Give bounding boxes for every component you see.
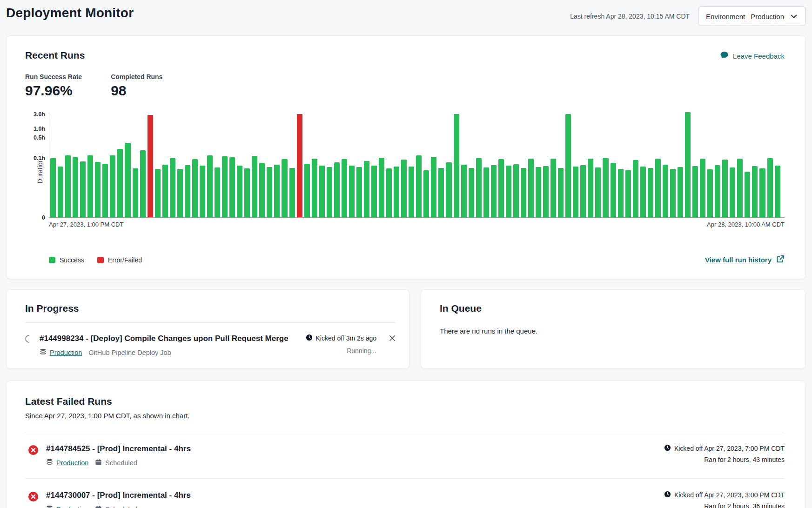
database-icon	[46, 505, 53, 508]
chart-bar-success	[237, 166, 242, 217]
chart-bar-success	[252, 156, 257, 217]
last-refresh-text: Last refresh Apr 28, 2023, 10:15 AM CDT	[570, 13, 690, 20]
calendar-icon	[95, 505, 102, 508]
production-link[interactable]: Production	[56, 506, 88, 508]
ran-for-text: Ran for 2 hours, 43 minutes	[704, 456, 785, 463]
chart-bar-success	[95, 162, 101, 217]
y-axis-tick-label: 0.1h	[34, 155, 45, 161]
environment-tag: Production	[46, 459, 88, 467]
chart-bar-success	[446, 162, 451, 217]
chart-bar-success	[461, 165, 467, 217]
chart-bar-success	[170, 158, 175, 217]
chart-bar-success	[625, 170, 631, 217]
chart-legend: SuccessError/Failed	[49, 256, 142, 264]
chart-bar-success	[58, 167, 63, 217]
chart-bar-success	[670, 169, 676, 217]
chart-bar-success	[319, 166, 325, 217]
chart-bar-success	[737, 159, 743, 217]
chart-bar-success	[207, 155, 213, 217]
clock-icon	[306, 334, 313, 342]
in-progress-card: In Progress #144998234 - [Deploy] Compil…	[6, 289, 409, 369]
run-main: #144784525 - [Prod] Incremental - 4hrs P…	[46, 444, 664, 467]
chart-bar-success	[423, 170, 429, 217]
x-axis-end-label: Apr 28, 2023, 10:00 AM CDT	[707, 221, 785, 228]
y-axis-tick-label: 3.0h	[34, 111, 45, 118]
kicked-off: Kicked off Apr 27, 2023, 7:00 PM CDT	[664, 444, 785, 453]
chart-bar-success	[588, 159, 593, 217]
chart-bar-success	[177, 169, 183, 217]
ran-for-text: Ran for 2 hours, 36 minutes	[704, 502, 785, 508]
y-axis-tick-label: 0.5h	[34, 134, 45, 141]
chart-bar-success	[722, 160, 728, 217]
error-circle-icon	[28, 445, 39, 455]
leave-feedback-link[interactable]: Leave Feedback	[720, 51, 785, 61]
chart-bar-success	[573, 167, 578, 217]
chart-bar-success	[752, 166, 758, 217]
schedule-label: Scheduled	[105, 459, 137, 467]
run-meta: Production Scheduled	[46, 459, 664, 467]
run-right: Kicked off Apr 27, 2023, 7:00 PM CDT Ran…	[664, 444, 785, 463]
chart-bar-success	[730, 167, 735, 217]
y-axis-title: Duration	[36, 159, 44, 184]
chart-bar-success	[633, 160, 638, 217]
chart-bar-success	[648, 168, 653, 217]
chart-bar-success	[707, 169, 713, 217]
chart-bar-success	[312, 159, 317, 217]
chart-bar-success	[498, 159, 504, 217]
chart-bar-success	[401, 160, 407, 217]
x-axis-labels: Apr 27, 2023, 1:00 PM CDT Apr 28, 2023, …	[49, 221, 785, 228]
database-icon	[46, 459, 53, 467]
legend-label: Success	[60, 256, 84, 264]
x-axis-start-label: Apr 27, 2023, 1:00 PM CDT	[49, 221, 123, 228]
environment-tag: Production	[40, 348, 82, 357]
page-header: Deployment Monitor Last refresh Apr 28, …	[6, 0, 806, 35]
queue-empty-text: There are no runs in the queue.	[440, 327, 792, 335]
chart-bar-error	[297, 114, 302, 217]
view-full-run-history-link[interactable]: View full run history	[705, 255, 785, 265]
running-status: Running...	[347, 347, 376, 354]
chart-bar-success	[536, 167, 541, 217]
kicked-off: Kicked off 3m 2s ago	[306, 334, 376, 342]
chart-bar-success	[715, 165, 720, 217]
run-right: Kicked off Apr 27, 2023, 3:00 PM CDT Ran…	[664, 491, 785, 508]
latest-failed-runs-title: Latest Failed Runs	[25, 396, 785, 407]
clock-icon	[664, 444, 671, 453]
error-circle-icon	[28, 491, 39, 502]
production-link[interactable]: Production	[50, 349, 82, 356]
chart-bar-success	[192, 159, 198, 217]
chart-bar-success	[543, 166, 549, 217]
chart-bar-success	[454, 114, 459, 217]
chart-bar-success	[364, 161, 369, 217]
chart-bar-success	[476, 158, 482, 217]
chart-bar-success	[513, 164, 519, 217]
stat-run-success-rate: Run Success Rate 97.96%	[25, 73, 82, 99]
production-link[interactable]: Production	[56, 459, 88, 467]
chart-bar-success	[73, 157, 78, 217]
chart-bar-success	[80, 161, 86, 217]
middle-row: In Progress #144998234 - [Deploy] Compil…	[6, 289, 806, 369]
chart-bar-success	[759, 168, 765, 217]
stats-row: Run Success Rate 97.96% Completed Runs 9…	[25, 73, 785, 99]
chart-bar-success	[685, 112, 691, 217]
chart-bar-success	[386, 168, 392, 217]
chart-bar-success	[87, 155, 93, 217]
legend-item: Error/Failed	[97, 256, 142, 264]
environment-dropdown[interactable]: Environment Production	[698, 7, 806, 26]
schedule-label: Scheduled	[105, 506, 137, 508]
close-icon[interactable]	[389, 334, 396, 357]
page-title: Deployment Monitor	[6, 6, 134, 20]
chart-bar-success	[611, 163, 616, 217]
in-progress-run-row: #144998234 - [Deploy] Compile Changes up…	[25, 334, 396, 357]
run-right: Kicked off 3m 2s ago Running...	[306, 334, 376, 357]
chart-bar-success	[282, 159, 287, 217]
chart-bar-success	[327, 167, 332, 217]
kicked-off: Kicked off Apr 27, 2023, 3:00 PM CDT	[664, 491, 785, 499]
chart-bars	[50, 113, 780, 217]
recent-runs-card: Recent Runs Leave Feedback Run Success R…	[6, 35, 806, 279]
chart-bar-success	[775, 166, 780, 217]
chart-bar-success	[140, 150, 146, 217]
view-full-run-history-label: View full run history	[705, 256, 772, 264]
chart-bar-success	[416, 155, 422, 217]
failed-run-row: #144730007 - [Prod] Incremental - 4hrs P…	[25, 478, 785, 508]
chart-bar-success	[618, 169, 624, 217]
